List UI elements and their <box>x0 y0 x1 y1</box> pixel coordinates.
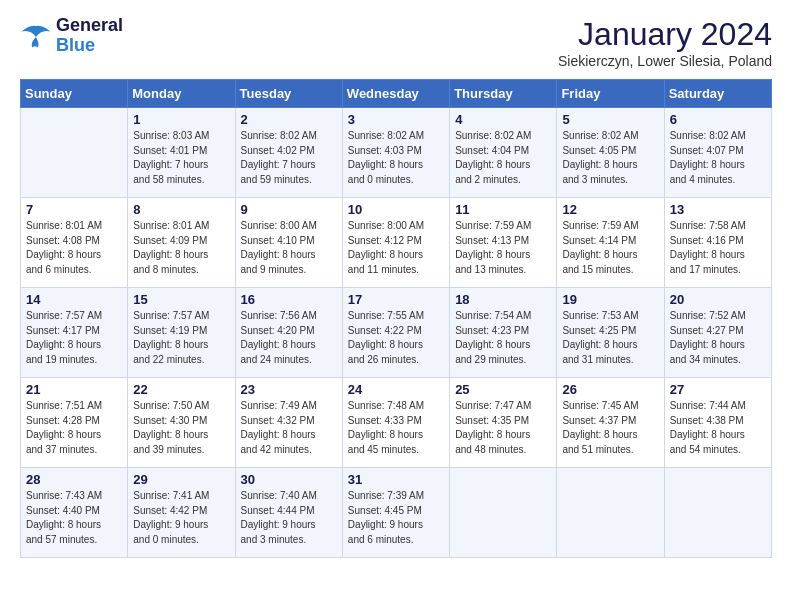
day-number: 29 <box>133 472 229 487</box>
day-info: Sunrise: 7:39 AM Sunset: 4:45 PM Dayligh… <box>348 489 444 547</box>
day-number: 26 <box>562 382 658 397</box>
month-title: January 2024 <box>558 16 772 53</box>
calendar-cell <box>450 468 557 558</box>
page-header: General Blue January 2024 Siekierczyn, L… <box>20 16 772 69</box>
day-info: Sunrise: 7:54 AM Sunset: 4:23 PM Dayligh… <box>455 309 551 367</box>
day-info: Sunrise: 7:49 AM Sunset: 4:32 PM Dayligh… <box>241 399 337 457</box>
day-number: 14 <box>26 292 122 307</box>
calendar-cell: 25Sunrise: 7:47 AM Sunset: 4:35 PM Dayli… <box>450 378 557 468</box>
day-info: Sunrise: 7:57 AM Sunset: 4:19 PM Dayligh… <box>133 309 229 367</box>
day-info: Sunrise: 7:44 AM Sunset: 4:38 PM Dayligh… <box>670 399 766 457</box>
calendar-cell: 10Sunrise: 8:00 AM Sunset: 4:12 PM Dayli… <box>342 198 449 288</box>
day-info: Sunrise: 8:01 AM Sunset: 4:09 PM Dayligh… <box>133 219 229 277</box>
day-number: 25 <box>455 382 551 397</box>
calendar-cell: 4Sunrise: 8:02 AM Sunset: 4:04 PM Daylig… <box>450 108 557 198</box>
calendar-cell: 16Sunrise: 7:56 AM Sunset: 4:20 PM Dayli… <box>235 288 342 378</box>
day-info: Sunrise: 8:02 AM Sunset: 4:07 PM Dayligh… <box>670 129 766 187</box>
weekday-header-monday: Monday <box>128 80 235 108</box>
calendar-cell: 26Sunrise: 7:45 AM Sunset: 4:37 PM Dayli… <box>557 378 664 468</box>
day-number: 2 <box>241 112 337 127</box>
day-number: 21 <box>26 382 122 397</box>
day-info: Sunrise: 7:41 AM Sunset: 4:42 PM Dayligh… <box>133 489 229 547</box>
day-number: 6 <box>670 112 766 127</box>
calendar-cell: 3Sunrise: 8:02 AM Sunset: 4:03 PM Daylig… <box>342 108 449 198</box>
day-number: 9 <box>241 202 337 217</box>
calendar-cell <box>664 468 771 558</box>
calendar-cell: 17Sunrise: 7:55 AM Sunset: 4:22 PM Dayli… <box>342 288 449 378</box>
title-block: January 2024 Siekierczyn, Lower Silesia,… <box>558 16 772 69</box>
day-info: Sunrise: 8:03 AM Sunset: 4:01 PM Dayligh… <box>133 129 229 187</box>
day-number: 27 <box>670 382 766 397</box>
day-number: 5 <box>562 112 658 127</box>
day-info: Sunrise: 7:40 AM Sunset: 4:44 PM Dayligh… <box>241 489 337 547</box>
calendar-cell: 13Sunrise: 7:58 AM Sunset: 4:16 PM Dayli… <box>664 198 771 288</box>
calendar-cell: 30Sunrise: 7:40 AM Sunset: 4:44 PM Dayli… <box>235 468 342 558</box>
calendar-cell: 20Sunrise: 7:52 AM Sunset: 4:27 PM Dayli… <box>664 288 771 378</box>
calendar-cell: 9Sunrise: 8:00 AM Sunset: 4:10 PM Daylig… <box>235 198 342 288</box>
day-number: 7 <box>26 202 122 217</box>
calendar-cell: 28Sunrise: 7:43 AM Sunset: 4:40 PM Dayli… <box>21 468 128 558</box>
calendar-cell: 8Sunrise: 8:01 AM Sunset: 4:09 PM Daylig… <box>128 198 235 288</box>
day-info: Sunrise: 8:01 AM Sunset: 4:08 PM Dayligh… <box>26 219 122 277</box>
day-number: 28 <box>26 472 122 487</box>
day-number: 17 <box>348 292 444 307</box>
calendar-cell: 5Sunrise: 8:02 AM Sunset: 4:05 PM Daylig… <box>557 108 664 198</box>
weekday-header-saturday: Saturday <box>664 80 771 108</box>
calendar-cell: 31Sunrise: 7:39 AM Sunset: 4:45 PM Dayli… <box>342 468 449 558</box>
calendar-week-row: 7Sunrise: 8:01 AM Sunset: 4:08 PM Daylig… <box>21 198 772 288</box>
weekday-header-thursday: Thursday <box>450 80 557 108</box>
day-number: 30 <box>241 472 337 487</box>
day-info: Sunrise: 8:02 AM Sunset: 4:02 PM Dayligh… <box>241 129 337 187</box>
day-number: 15 <box>133 292 229 307</box>
weekday-header-sunday: Sunday <box>21 80 128 108</box>
calendar-week-row: 14Sunrise: 7:57 AM Sunset: 4:17 PM Dayli… <box>21 288 772 378</box>
day-number: 13 <box>670 202 766 217</box>
day-number: 18 <box>455 292 551 307</box>
calendar-cell: 19Sunrise: 7:53 AM Sunset: 4:25 PM Dayli… <box>557 288 664 378</box>
day-number: 31 <box>348 472 444 487</box>
weekday-header-row: SundayMondayTuesdayWednesdayThursdayFrid… <box>21 80 772 108</box>
day-info: Sunrise: 7:58 AM Sunset: 4:16 PM Dayligh… <box>670 219 766 277</box>
day-info: Sunrise: 7:50 AM Sunset: 4:30 PM Dayligh… <box>133 399 229 457</box>
calendar-cell: 12Sunrise: 7:59 AM Sunset: 4:14 PM Dayli… <box>557 198 664 288</box>
day-info: Sunrise: 8:00 AM Sunset: 4:12 PM Dayligh… <box>348 219 444 277</box>
day-info: Sunrise: 7:45 AM Sunset: 4:37 PM Dayligh… <box>562 399 658 457</box>
calendar-cell: 2Sunrise: 8:02 AM Sunset: 4:02 PM Daylig… <box>235 108 342 198</box>
day-info: Sunrise: 8:00 AM Sunset: 4:10 PM Dayligh… <box>241 219 337 277</box>
logo-icon <box>20 22 52 50</box>
calendar-week-row: 1Sunrise: 8:03 AM Sunset: 4:01 PM Daylig… <box>21 108 772 198</box>
day-info: Sunrise: 7:52 AM Sunset: 4:27 PM Dayligh… <box>670 309 766 367</box>
day-number: 12 <box>562 202 658 217</box>
day-number: 22 <box>133 382 229 397</box>
day-number: 1 <box>133 112 229 127</box>
location-subtitle: Siekierczyn, Lower Silesia, Poland <box>558 53 772 69</box>
calendar-cell: 1Sunrise: 8:03 AM Sunset: 4:01 PM Daylig… <box>128 108 235 198</box>
logo: General Blue <box>20 16 123 56</box>
day-number: 11 <box>455 202 551 217</box>
day-info: Sunrise: 7:59 AM Sunset: 4:13 PM Dayligh… <box>455 219 551 277</box>
day-info: Sunrise: 8:02 AM Sunset: 4:03 PM Dayligh… <box>348 129 444 187</box>
day-info: Sunrise: 7:48 AM Sunset: 4:33 PM Dayligh… <box>348 399 444 457</box>
day-info: Sunrise: 7:53 AM Sunset: 4:25 PM Dayligh… <box>562 309 658 367</box>
day-info: Sunrise: 8:02 AM Sunset: 4:04 PM Dayligh… <box>455 129 551 187</box>
calendar-cell: 6Sunrise: 8:02 AM Sunset: 4:07 PM Daylig… <box>664 108 771 198</box>
day-info: Sunrise: 7:47 AM Sunset: 4:35 PM Dayligh… <box>455 399 551 457</box>
day-number: 3 <box>348 112 444 127</box>
day-info: Sunrise: 7:55 AM Sunset: 4:22 PM Dayligh… <box>348 309 444 367</box>
calendar-cell: 21Sunrise: 7:51 AM Sunset: 4:28 PM Dayli… <box>21 378 128 468</box>
day-number: 20 <box>670 292 766 307</box>
calendar-cell <box>557 468 664 558</box>
day-info: Sunrise: 8:02 AM Sunset: 4:05 PM Dayligh… <box>562 129 658 187</box>
calendar-cell: 22Sunrise: 7:50 AM Sunset: 4:30 PM Dayli… <box>128 378 235 468</box>
calendar-cell: 27Sunrise: 7:44 AM Sunset: 4:38 PM Dayli… <box>664 378 771 468</box>
calendar-cell: 11Sunrise: 7:59 AM Sunset: 4:13 PM Dayli… <box>450 198 557 288</box>
calendar-cell <box>21 108 128 198</box>
calendar-cell: 23Sunrise: 7:49 AM Sunset: 4:32 PM Dayli… <box>235 378 342 468</box>
day-number: 16 <box>241 292 337 307</box>
day-number: 24 <box>348 382 444 397</box>
day-number: 23 <box>241 382 337 397</box>
day-number: 10 <box>348 202 444 217</box>
day-info: Sunrise: 7:51 AM Sunset: 4:28 PM Dayligh… <box>26 399 122 457</box>
calendar-cell: 18Sunrise: 7:54 AM Sunset: 4:23 PM Dayli… <box>450 288 557 378</box>
logo-text: General Blue <box>56 16 123 56</box>
